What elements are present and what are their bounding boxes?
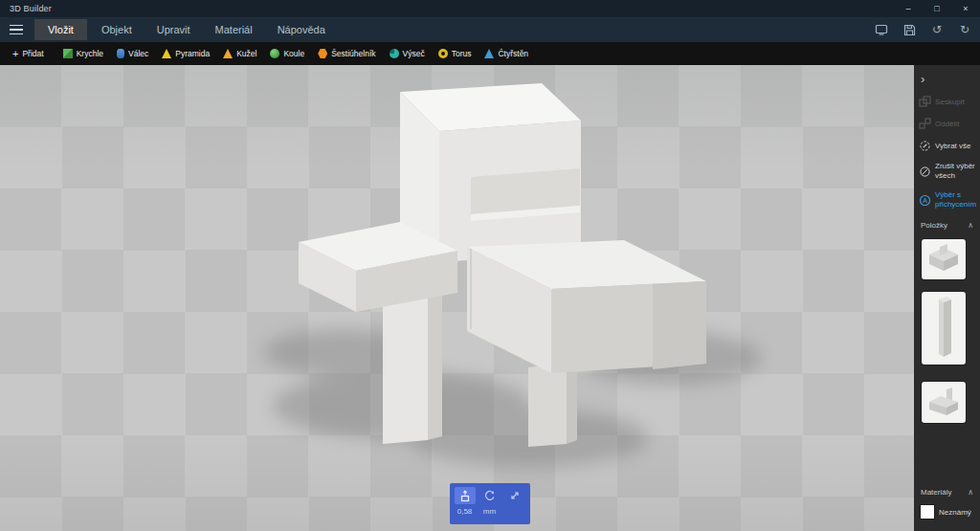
scale-tool-button[interactable] [504,487,525,504]
titlebar: 3D Builder – □ × [0,0,980,17]
app-title: 3D Builder [0,4,52,13]
item-thumbnail-1[interactable] [922,239,966,279]
cylinder-icon [117,49,124,58]
snap-select-button[interactable]: A Výběr s přichycením [914,186,980,214]
tab-upravit[interactable]: Upravit [145,17,203,42]
item-thumbnail-3[interactable] [922,382,966,423]
puzzle-piece-right-arm[interactable] [467,240,706,373]
shape-button-ctyrsten[interactable]: Čtyřstěn [478,42,535,65]
cone-icon [223,49,233,58]
maximize-button[interactable]: □ [923,0,951,17]
right-sidebar: › Seskupit Oddělit Vybrat vše [914,65,980,531]
ungroup-icon [919,118,931,130]
redo-icon[interactable]: ↻ [957,22,972,37]
snap-select-icon: A [919,194,931,207]
sidebar-expand-button[interactable]: › [914,71,980,91]
3d-builder-window: 3D Builder – □ × Vložit Objekt Upravit M… [0,0,980,531]
hamburger-menu-icon[interactable] [0,17,33,42]
undo-icon[interactable]: ↺ [929,22,945,37]
items-section-header[interactable]: Položky ∧ [914,214,980,233]
puzzle-piece-vertical[interactable] [400,83,581,262]
material-name: Neznámý [939,508,971,517]
group-button[interactable]: Seskupit [914,91,980,113]
shape-button-torus[interactable]: Torus [432,42,479,65]
deselect-all-icon [919,166,931,178]
rotate-tool-button[interactable] [479,487,501,504]
materials-section: Materiály ∧ Neznámý [914,481,980,523]
shape-button-valec[interactable]: Válec [110,42,155,65]
group-icon [919,96,931,108]
shape-button-pyramida[interactable]: Pyramida [155,42,216,65]
chevron-right-icon: › [921,72,924,86]
measurement-panel: 0,58 mm [450,483,530,524]
shape-button-krychle[interactable]: Krychle [56,42,110,65]
close-button[interactable]: × [951,0,980,17]
sphere-icon [270,49,279,58]
svg-text:A: A [923,197,927,204]
insert-toolbar: + Přidat Krychle Válec Pyramida Kužel Ko… [0,42,980,65]
tab-napoveda[interactable]: Nápověda [265,17,338,42]
chevron-up-icon: ∧ [968,221,973,230]
add-button[interactable]: + Přidat [6,42,51,65]
save-icon[interactable] [902,22,917,37]
tab-vlozit[interactable]: Vložit [34,19,87,40]
shape-button-kuzel[interactable]: Kužel [216,42,263,65]
select-all-icon [919,140,931,152]
workspace: 0,58 mm › Seskupit Oddělit [0,65,980,531]
measurement-value: 0,58 [455,507,476,516]
select-all-button[interactable]: Vybrat vše [914,135,980,157]
materials-section-header[interactable]: Materiály ∧ [914,481,980,500]
menubar-right-icons: ↺ ↻ [874,17,972,42]
material-item[interactable]: Neznámý [914,500,980,523]
shape-button-vysec[interactable]: Výseč [383,42,432,65]
plus-icon: + [12,48,18,59]
tetrahedron-icon [484,49,494,58]
wedge-icon [390,49,399,58]
deselect-all-button[interactable]: Zrušit výběr všech [914,157,980,186]
hexagon-icon [318,49,327,58]
tab-material[interactable]: Materiál [203,17,265,42]
tab-objekt[interactable]: Objekt [89,17,145,42]
shape-button-koule[interactable]: Koule [263,42,311,65]
measurement-unit: mm [479,507,501,516]
cube-icon [63,49,73,58]
chevron-up-icon: ∧ [968,488,973,497]
shape-button-sestiuhelnik[interactable]: Šestiúhelník [311,42,382,65]
pyramid-icon [162,49,171,58]
3d-model-canvas[interactable] [0,65,914,531]
minimize-button[interactable]: – [894,0,923,17]
ungroup-button[interactable]: Oddělit [914,113,980,135]
material-swatch [921,505,934,519]
item-thumbnail-2[interactable] [922,292,966,365]
window-controls: – □ × [894,0,980,17]
view-mode-icon[interactable] [874,22,889,37]
torus-icon [438,49,448,58]
move-tool-button[interactable] [455,487,476,504]
menubar: Vložit Objekt Upravit Materiál Nápověda … [0,17,980,42]
3d-viewport[interactable]: 0,58 mm [0,65,914,531]
